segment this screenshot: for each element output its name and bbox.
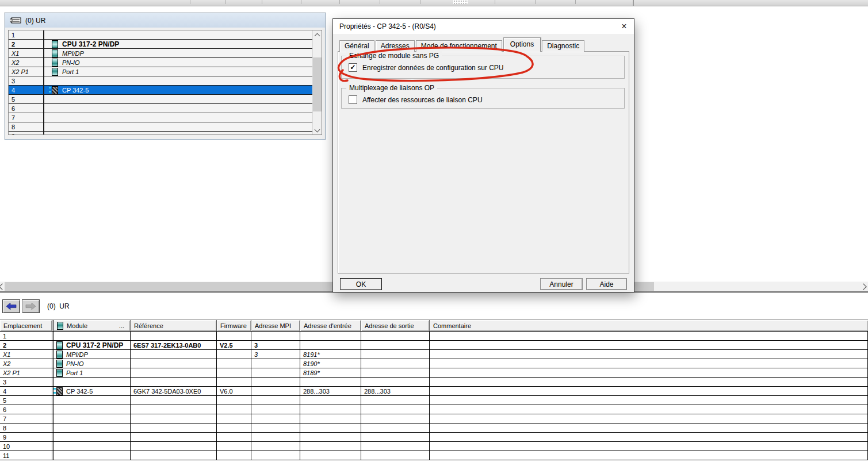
- scroll-down-icon[interactable]: [313, 126, 322, 134]
- table-row-slot-8[interactable]: 8: [0, 424, 868, 433]
- cell-firmware: [217, 378, 251, 386]
- cell-adresse-sortie: [361, 451, 430, 460]
- tab-options[interactable]: Options: [503, 37, 541, 52]
- slot-label: 5: [9, 95, 44, 103]
- checkbox-icon[interactable]: ✓: [349, 95, 357, 104]
- slot-label: 1: [9, 30, 44, 39]
- tab-diagnostic[interactable]: Diagnostic: [542, 40, 584, 52]
- table-row-slot-X2[interactable]: X2PN-IO8190*: [0, 359, 868, 368]
- table-row-slot-2[interactable]: 2CPU 317-2 PN/DP6ES7 317-2EK13-0AB0V2.53: [0, 341, 868, 350]
- slot-label: X2: [9, 58, 44, 67]
- cell-firmware: [217, 396, 251, 405]
- cell-firmware: [217, 405, 251, 414]
- table-row-slot-X1[interactable]: X1MPI/DP38191*: [0, 350, 868, 359]
- cell-firmware: [217, 368, 251, 377]
- cell-firmware: [217, 451, 251, 460]
- cell-module: [53, 396, 131, 405]
- rack-row-slot-2[interactable]: 2CPU 317-2 PN/DP: [9, 40, 312, 49]
- toolbar-divider: [535, 0, 536, 4]
- module-icon: [52, 40, 58, 48]
- forward-button[interactable]: [22, 299, 40, 313]
- rack-row-slot-9[interactable]: 9: [9, 132, 312, 134]
- tab-mode-de-fonctionnement[interactable]: Mode de fonctionnement: [416, 40, 502, 52]
- close-icon[interactable]: ×: [618, 21, 630, 32]
- rack-row-slot-1[interactable]: 1: [9, 30, 312, 40]
- table-row-slot-10[interactable]: 10: [0, 442, 868, 451]
- rack-row-slot-X1[interactable]: X1MPI/DP: [9, 49, 312, 58]
- cell-module: [53, 378, 131, 386]
- table-row-slot-11[interactable]: 11: [0, 451, 868, 460]
- groupbox-echange-module: Echange de module sans PG ✓ Enregistrer …: [341, 56, 625, 79]
- vertical-scrollbar[interactable]: [313, 30, 322, 134]
- module-table: Emplacement Module ... Référence Firmwar…: [0, 319, 868, 460]
- toolbar-divider: [262, 0, 262, 4]
- scroll-right-icon[interactable]: [860, 283, 866, 290]
- table-row-slot-3[interactable]: 3: [0, 378, 868, 387]
- rack-row-slot-3[interactable]: 3: [9, 76, 312, 86]
- cell-adresse-entree: 8189*: [300, 368, 361, 377]
- rack-row-slot-6[interactable]: 6: [9, 104, 312, 113]
- cell-commentaire: [430, 332, 868, 340]
- table-row-slot-4[interactable]: 4CP 342-56GK7 342-5DA03-0XE0V6.0288...30…: [0, 387, 868, 396]
- cell-emplacement: 6: [0, 405, 53, 414]
- help-button[interactable]: Aide: [586, 278, 627, 290]
- cell-reference: [131, 433, 217, 441]
- cell-reference: 6ES7 317-2EK13-0AB0: [131, 341, 217, 349]
- header-adresse-sortie: Adresse de sortie: [361, 320, 430, 332]
- cell-emplacement: X1: [0, 350, 53, 359]
- cell-module: CPU 317-2 PN/DP: [53, 341, 131, 349]
- checkbox-liaison-row[interactable]: ✓ Affecter des ressources de liaison CPU: [349, 95, 624, 104]
- rack-row-slot-7[interactable]: 7: [9, 113, 312, 122]
- cell-emplacement: 11: [0, 451, 53, 460]
- tab-g-n-ral[interactable]: Général: [339, 40, 374, 52]
- rack-row-slot-X2 P1[interactable]: X2 P1Port 1: [9, 67, 312, 76]
- table-row-slot-7[interactable]: 7: [0, 414, 868, 424]
- checkbox-label: Affecter des ressources de liaison CPU: [362, 96, 483, 104]
- cell-reference: [131, 378, 217, 386]
- cell-emplacement: X2: [0, 359, 53, 368]
- cell-emplacement: 3: [0, 378, 53, 386]
- cancel-button[interactable]: Annuler: [540, 278, 583, 290]
- tab-adresses[interactable]: Adresses: [376, 40, 415, 52]
- table-row-slot-6[interactable]: 6: [0, 405, 868, 414]
- cell-commentaire: [430, 424, 868, 432]
- rack-row-slot-5[interactable]: 5: [9, 95, 312, 104]
- scroll-up-icon[interactable]: [313, 30, 322, 39]
- cell-adresse-entree: 8191*: [300, 350, 361, 359]
- slot-label: 3: [9, 76, 44, 85]
- groupbox-multiplexage: Multiplexage de liaisons OP ✓ Affecter d…: [341, 88, 625, 109]
- column-options-dots: ...: [119, 322, 124, 329]
- table-row-slot-9[interactable]: 9: [0, 433, 868, 442]
- rack-row-slot-4[interactable]: 4CP 342-5: [9, 86, 312, 95]
- dialog-titlebar[interactable]: Propriétés - CP 342-5 - (R0/S4) ×: [333, 19, 634, 34]
- cell-emplacement: 2: [0, 341, 53, 349]
- cell-reference: [131, 451, 217, 460]
- cell-firmware: [217, 350, 251, 359]
- cell-reference: 6GK7 342-5DA03-0XE0: [131, 387, 217, 395]
- cell-adresse-sortie: [361, 378, 430, 386]
- module-name: Port 1: [62, 68, 79, 75]
- rack-window-titlebar[interactable]: (0) UR: [5, 13, 325, 28]
- slot-label: 8: [9, 122, 44, 131]
- cell-adresse-mpi: [251, 396, 300, 405]
- rack-icon: [10, 17, 21, 24]
- cell-adresse-mpi: [251, 405, 300, 414]
- toolbar-button-partial: [453, 0, 468, 4]
- cell-adresse-entree: [300, 414, 361, 423]
- table-row-slot-1[interactable]: 1: [0, 332, 868, 341]
- rack-row-slot-8[interactable]: 8: [9, 122, 312, 132]
- cell-adresse-entree: 288...303: [300, 387, 361, 395]
- rack-row-slot-X2[interactable]: X2PN-IO: [9, 58, 312, 67]
- table-row-slot-X2 P1[interactable]: X2 P1Port 18189*: [0, 368, 868, 378]
- back-button[interactable]: [2, 299, 20, 313]
- scrollbar-thumb[interactable]: [313, 57, 322, 111]
- ok-button[interactable]: OK: [340, 278, 382, 290]
- checkbox-icon[interactable]: ✓: [349, 63, 357, 72]
- cell-module: PN-IO: [53, 359, 131, 368]
- table-row-slot-5[interactable]: 5: [0, 396, 868, 405]
- checkbox-save-config-row[interactable]: ✓ Enregistrer données de configuration s…: [349, 63, 624, 72]
- slot-label: 7: [9, 113, 44, 122]
- cell-module: CP 342-5: [53, 387, 131, 395]
- cell-commentaire: [430, 396, 868, 405]
- cell-firmware: [217, 414, 251, 423]
